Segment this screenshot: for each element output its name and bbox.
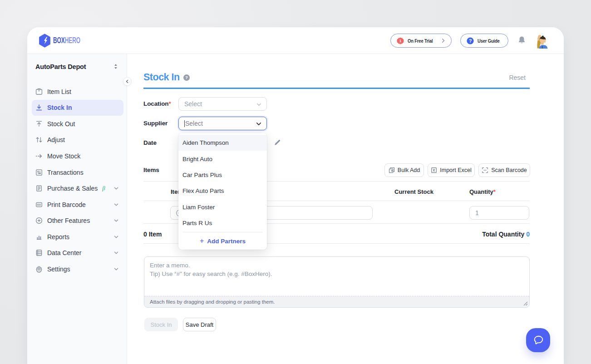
svg-text:?: ? [185, 75, 188, 80]
svg-text:1: 1 [399, 39, 402, 43]
svg-text:?: ? [469, 38, 472, 43]
